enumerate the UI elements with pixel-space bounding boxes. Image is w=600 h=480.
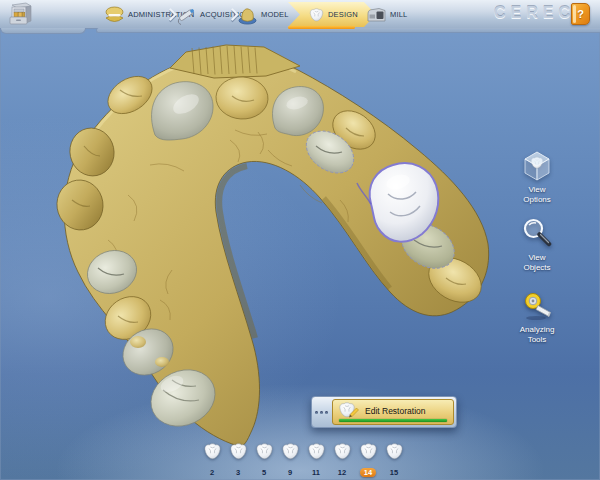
application-window: ADMINISTRATION ACQUISITION MODEL DESIGN: [0, 0, 600, 480]
tooth-glyph-icon: [384, 442, 405, 461]
edit-restoration-panel: Edit Restoration: [311, 396, 457, 428]
tooth-glyph-icon: [306, 442, 327, 461]
view-objects-button[interactable]: View Objects: [504, 216, 570, 273]
tooth-glyph-icon: [358, 442, 379, 461]
toolbar-notch-left: [0, 28, 86, 34]
tooth-item[interactable]: 14: [355, 442, 381, 479]
view-options-cube-icon: [519, 148, 555, 182]
tooth-glyph-icon: [228, 442, 249, 461]
tooth-item[interactable]: 9: [277, 442, 303, 479]
progress-bar: [339, 419, 447, 422]
tab-model[interactable]: MODEL: [237, 2, 289, 27]
selected-tooth-badge: 14: [360, 468, 376, 477]
tooth-number: 2: [208, 468, 216, 477]
active-tab-underline: [288, 26, 355, 29]
model-arch[interactable]: [54, 45, 490, 446]
magnifier-icon: [519, 216, 555, 250]
tape-measure-icon: [519, 288, 555, 322]
help-icon[interactable]: ?: [571, 3, 590, 25]
tooth-number: 5: [260, 468, 268, 477]
tooth-pencil-icon: [337, 401, 361, 421]
view-options-button[interactable]: View Options: [504, 148, 570, 205]
tab-mill[interactable]: MILL: [366, 2, 407, 27]
tab-label: DESIGN: [328, 10, 358, 19]
tab-label: MODEL: [261, 10, 289, 19]
tooth-item[interactable]: 3: [225, 442, 251, 479]
analyzing-tools-button[interactable]: Analyzing Tools: [504, 288, 570, 345]
administration-icon: [104, 4, 125, 26]
acquisition-icon: [176, 4, 197, 26]
drag-handle[interactable]: [312, 397, 331, 427]
tooth-item[interactable]: 11: [303, 442, 329, 479]
tab-label: MILL: [390, 10, 407, 19]
tooth-item[interactable]: 2: [199, 442, 225, 479]
tooth-item[interactable]: 12: [329, 442, 355, 479]
mill-icon: [366, 4, 387, 26]
tool-label: Analyzing Tools: [514, 325, 560, 345]
model-icon: [237, 4, 258, 26]
tooth-number: 3: [234, 468, 242, 477]
tool-label: View Options: [514, 185, 560, 205]
tooth-bar: 2 3 5 9 11 12 14 15: [199, 442, 407, 479]
edit-restoration-button[interactable]: Edit Restoration: [332, 399, 454, 425]
tool-label: View Objects: [514, 253, 560, 273]
tooth-glyph-icon: [202, 442, 223, 461]
cerec-logo: CEREC: [494, 4, 575, 22]
tooth-glyph-icon: [280, 442, 301, 461]
design-icon: [308, 7, 325, 23]
tooth-item[interactable]: 5: [251, 442, 277, 479]
tooth-number: 12: [338, 468, 346, 477]
tab-design[interactable]: DESIGN: [288, 2, 376, 27]
patient-database-icon[interactable]: [7, 1, 35, 28]
tooth-number: 15: [390, 468, 398, 477]
edit-restoration-label: Edit Restoration: [365, 406, 425, 416]
tooth-number: 11: [312, 468, 320, 477]
tooth-number: 9: [286, 468, 294, 477]
tooth-item[interactable]: 15: [381, 442, 407, 479]
tooth-glyph-icon: [332, 442, 353, 461]
tooth-glyph-icon: [254, 442, 275, 461]
